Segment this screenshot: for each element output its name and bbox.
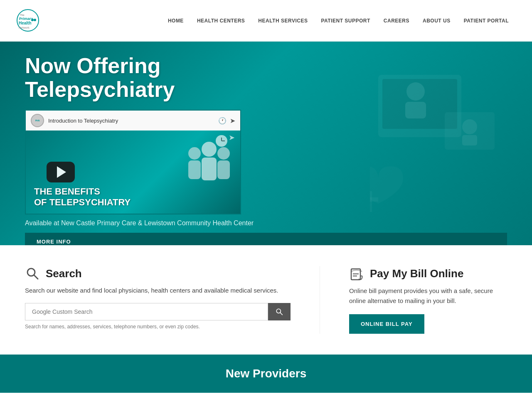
hero-section: Now Offering Telepsychiatry PHN Introduc… bbox=[0, 42, 532, 245]
site-header: The Primary Health Network HOME HEALTH C… bbox=[0, 0, 532, 42]
svg-rect-10 bbox=[405, 102, 426, 118]
search-description: Search our website and find local physic… bbox=[25, 286, 291, 296]
video-overlay-text: THE BENEFITS OF TELEPSYCHIATRY bbox=[34, 186, 131, 208]
bill-svg-icon bbox=[350, 266, 364, 281]
video-icons: 🕐 ➤ bbox=[218, 117, 235, 125]
video-title-text: Introduction to Telepsychiatry bbox=[48, 118, 118, 124]
svg-point-12 bbox=[462, 119, 477, 134]
bill-heading: Pay My Bill Online bbox=[349, 266, 507, 281]
magnify-icon bbox=[26, 267, 39, 280]
search-column: Search Search our website and find local… bbox=[25, 266, 291, 334]
main-content: Search Search our website and find local… bbox=[0, 245, 532, 355]
search-heading: Search bbox=[25, 266, 291, 281]
clock-icon: 🕐 bbox=[218, 117, 227, 125]
nav-patient-portal[interactable]: PATIENT PORTAL bbox=[457, 18, 515, 24]
people-graphic: ➤ bbox=[182, 133, 236, 203]
bill-icon bbox=[349, 266, 364, 281]
svg-point-4 bbox=[31, 19, 34, 21]
footer-teal-bar: New Providers bbox=[0, 355, 532, 393]
svg-point-20 bbox=[217, 147, 230, 160]
logo-area: The Primary Health Network bbox=[17, 9, 41, 32]
nav-patient-support[interactable]: PATIENT SUPPORT bbox=[314, 18, 377, 24]
video-body[interactable]: ➤ THE BENEFITS OF TELEPSYCHIATRY bbox=[26, 131, 240, 214]
main-nav: HOME HEALTH CENTERS HEALTH SERVICES PATI… bbox=[161, 18, 515, 24]
hero-title: Now Offering Telepsychiatry bbox=[25, 54, 316, 101]
nav-health-centers[interactable]: HEALTH CENTERS bbox=[190, 18, 251, 24]
svg-point-5 bbox=[34, 19, 36, 21]
svg-line-29 bbox=[280, 313, 282, 315]
video-embed[interactable]: PHN Introduction to Telepsychiatry 🕐 ➤ bbox=[25, 110, 241, 214]
nav-careers[interactable]: CAREERS bbox=[377, 18, 416, 24]
svg-rect-13 bbox=[462, 135, 477, 145]
more-info-button[interactable]: MORE INFO bbox=[25, 233, 507, 245]
svg-text:➤: ➤ bbox=[229, 133, 235, 142]
svg-text:Network: Network bbox=[19, 26, 30, 29]
search-hint: Search for names, addresses, services, t… bbox=[25, 324, 291, 330]
hero-subtitle: Available at New Castle Primary Care & L… bbox=[25, 219, 507, 227]
search-btn-icon bbox=[276, 308, 283, 315]
yt-logo: PHN bbox=[31, 114, 44, 127]
svg-point-18 bbox=[202, 142, 217, 157]
svg-point-9 bbox=[406, 82, 425, 101]
play-triangle-icon bbox=[57, 166, 66, 178]
share-icon: ➤ bbox=[230, 117, 235, 125]
bill-column: Pay My Bill Online Online bill payment p… bbox=[349, 266, 507, 334]
footer-title: New Providers bbox=[226, 367, 307, 380]
svg-text:Health: Health bbox=[19, 21, 32, 25]
nav-about-us[interactable]: ABOUT US bbox=[416, 18, 457, 24]
logo-icon: The Primary Health Network bbox=[17, 9, 39, 32]
bill-title: Pay My Bill Online bbox=[370, 267, 463, 280]
svg-rect-21 bbox=[217, 160, 230, 179]
video-top-bar: PHN Introduction to Telepsychiatry 🕐 ➤ bbox=[26, 111, 240, 131]
bill-description: Online bill payment provides you with a … bbox=[349, 286, 507, 306]
play-button[interactable] bbox=[47, 162, 75, 182]
search-bar bbox=[25, 303, 291, 320]
hero-bg-graphic bbox=[370, 62, 515, 220]
search-input[interactable] bbox=[25, 303, 268, 320]
svg-line-27 bbox=[34, 275, 38, 279]
search-button[interactable] bbox=[268, 303, 291, 320]
svg-rect-17 bbox=[188, 160, 201, 179]
nav-home[interactable]: HOME bbox=[161, 18, 190, 24]
svg-rect-15 bbox=[370, 197, 378, 202]
svg-rect-19 bbox=[202, 158, 217, 180]
svg-text:The: The bbox=[20, 14, 25, 16]
search-title: Search bbox=[46, 267, 82, 280]
svg-point-16 bbox=[188, 147, 201, 160]
online-bill-pay-button[interactable]: ONLINE BILL PAY bbox=[349, 314, 424, 334]
vertical-divider bbox=[320, 266, 320, 334]
search-section-icon bbox=[25, 266, 40, 281]
svg-text:Primary: Primary bbox=[19, 17, 33, 21]
nav-health-services[interactable]: HEALTH SERVICES bbox=[251, 18, 314, 24]
